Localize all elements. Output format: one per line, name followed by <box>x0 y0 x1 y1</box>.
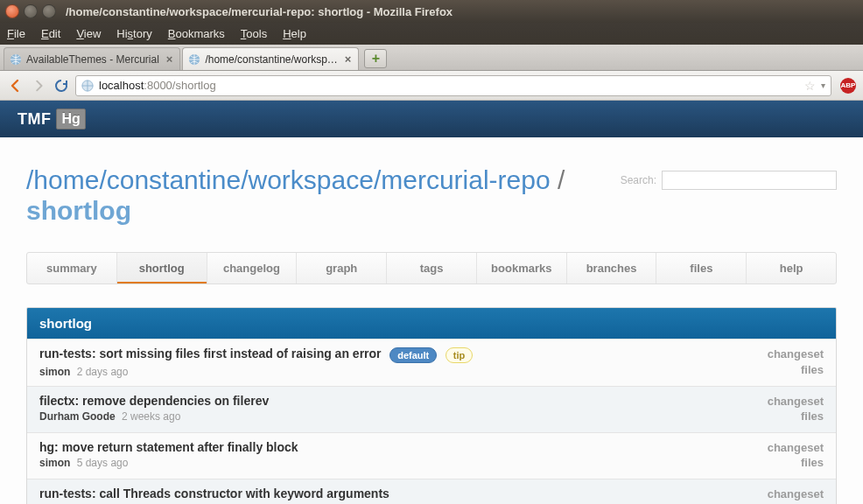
search-input[interactable] <box>662 171 837 190</box>
browser-tab[interactable]: AvailableThemes - Mercurial × <box>4 47 180 70</box>
url-path: /shortlog <box>172 79 216 92</box>
url-host: localhost <box>99 79 144 92</box>
tab-close-icon[interactable]: × <box>166 52 173 66</box>
files-link[interactable]: files <box>768 409 824 424</box>
commit-author: Durham Goode <box>39 410 116 423</box>
adblock-plus-icon[interactable]: ABP <box>840 78 856 94</box>
nav-reload-button[interactable] <box>53 77 70 94</box>
changeset-link[interactable]: changeset <box>768 486 824 502</box>
window-titlebar: /home/constantine/workspace/mercurial-re… <box>0 0 863 23</box>
hg-logo: Hg <box>56 108 85 130</box>
commit-row: run-tests: sort missing files first inst… <box>27 339 836 386</box>
commit-title[interactable]: run-tests: call Threads constructor with… <box>39 486 389 500</box>
window-maximize-button[interactable] <box>42 4 56 18</box>
arrow-left-icon <box>8 78 24 94</box>
tab-label: AvailableThemes - Mercurial <box>26 53 159 66</box>
menu-tools[interactable]: Tools <box>241 27 267 40</box>
menu-file[interactable]: File <box>7 27 25 40</box>
browser-toolbar: localhost:8000/shortlog ☆ ▾ ABP <box>0 71 863 101</box>
menu-help[interactable]: Help <box>283 27 306 40</box>
menu-bar: File Edit View History Bookmarks Tools H… <box>0 23 863 45</box>
url-port: :8000 <box>144 79 172 92</box>
menu-view[interactable]: View <box>76 27 101 40</box>
commit-row: run-tests: call Threads constructor with… <box>27 479 836 504</box>
search-label: Search: <box>621 174 656 186</box>
panel-title: shortlog <box>27 308 836 339</box>
page-subtitle: shortlog <box>26 196 837 227</box>
tab-shortlog[interactable]: shortlog <box>117 253 207 284</box>
window-title: /home/constantine/workspace/mercurial-re… <box>66 5 453 18</box>
heading-separator: / <box>551 165 565 194</box>
arrow-right-icon <box>32 79 46 93</box>
tab-label: /home/constantine/worksp… <box>205 53 337 66</box>
repo-nav-tabs: summary shortlog changelog graph tags bo… <box>26 252 837 284</box>
commit-age: 2 days ago <box>77 366 129 378</box>
changeset-link[interactable]: changeset <box>768 394 824 410</box>
site-banner: TMF Hg <box>0 101 863 137</box>
tab-help[interactable]: help <box>747 253 836 284</box>
reload-icon <box>54 79 68 93</box>
commit-row: filectx: remove dependencies on filerev … <box>27 386 836 432</box>
commit-age: 5 days ago <box>77 457 129 469</box>
repo-path-link[interactable]: /home/constantine/workspace/mercurial-re… <box>26 165 551 194</box>
page-content: TMF Hg Search: /home/constantine/workspa… <box>0 101 863 504</box>
tip-badge[interactable]: tip <box>446 347 473 363</box>
nav-back-button[interactable] <box>7 77 25 94</box>
browser-tab[interactable]: /home/constantine/worksp… × <box>182 47 359 70</box>
window-close-button[interactable] <box>5 4 19 18</box>
menu-edit[interactable]: Edit <box>41 27 60 40</box>
branch-badge[interactable]: default <box>389 347 437 363</box>
tab-bookmarks[interactable]: bookmarks <box>477 253 567 284</box>
globe-icon <box>188 53 200 66</box>
commit-author: simon <box>39 457 70 469</box>
commit-author: simon <box>39 366 70 378</box>
shortlog-panel: shortlog run-tests: sort missing files f… <box>26 307 837 504</box>
globe-icon <box>10 53 22 66</box>
commit-age: 2 weeks ago <box>122 410 180 423</box>
menu-history[interactable]: History <box>116 27 151 40</box>
browser-tab-strip: AvailableThemes - Mercurial × /home/cons… <box>0 45 863 71</box>
tab-close-icon[interactable]: × <box>345 52 352 66</box>
tab-tags[interactable]: tags <box>387 253 477 284</box>
commit-row: hg: move return statement after finally … <box>27 432 836 479</box>
search-area: Search: <box>621 171 837 190</box>
changeset-link[interactable]: changeset <box>768 440 824 456</box>
tab-graph[interactable]: graph <box>297 253 387 284</box>
tab-summary[interactable]: summary <box>27 253 117 284</box>
tab-files[interactable]: files <box>656 253 747 284</box>
url-bar[interactable]: localhost:8000/shortlog ☆ ▾ <box>75 75 831 96</box>
commit-title[interactable]: run-tests: sort missing files first inst… <box>39 346 382 360</box>
changeset-link[interactable]: changeset <box>768 346 824 362</box>
commit-title[interactable]: filectx: remove dependencies on filerev <box>39 394 269 408</box>
tab-branches[interactable]: branches <box>567 253 657 284</box>
files-link[interactable]: files <box>768 362 824 378</box>
globe-icon <box>81 80 94 92</box>
window-minimize-button[interactable] <box>24 4 38 18</box>
nav-forward-button <box>30 77 47 94</box>
new-tab-button[interactable]: + <box>364 49 387 68</box>
commit-title[interactable]: hg: move return statement after finally … <box>39 440 298 454</box>
files-link[interactable]: files <box>768 455 824 471</box>
tab-changelog[interactable]: changelog <box>207 253 298 284</box>
menu-bookmarks[interactable]: Bookmarks <box>168 27 225 40</box>
bookmark-star-icon[interactable]: ☆ <box>804 79 816 93</box>
brand-label: TMF <box>18 110 51 129</box>
url-dropdown-icon[interactable]: ▾ <box>821 80 825 90</box>
